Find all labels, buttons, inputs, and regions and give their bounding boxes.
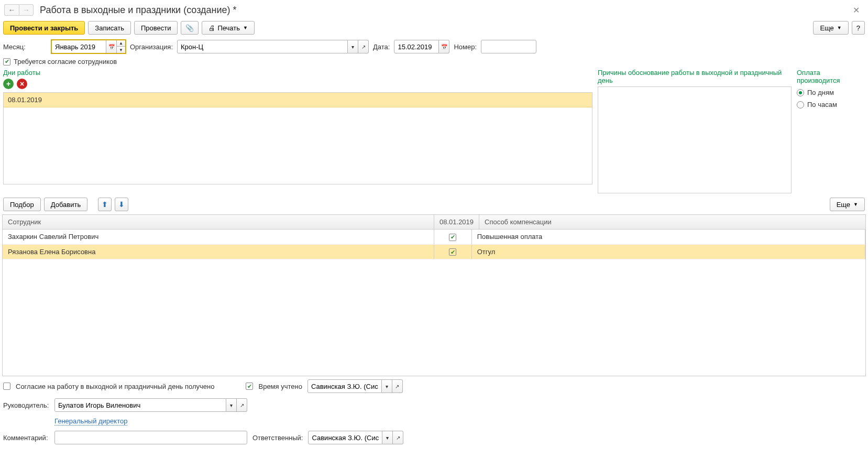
add-day-button[interactable]: + bbox=[3, 79, 14, 89]
reasons-textarea[interactable] bbox=[598, 86, 792, 193]
nav-forward-button[interactable]: → bbox=[19, 4, 34, 16]
day-checkbox[interactable] bbox=[449, 248, 456, 256]
responsible-input[interactable] bbox=[308, 431, 382, 444]
comment-input-group bbox=[54, 431, 247, 444]
time-person-input[interactable] bbox=[307, 379, 382, 393]
month-input[interactable] bbox=[51, 40, 106, 53]
month-input-group: 📅 ▲ ▼ bbox=[51, 40, 126, 53]
number-input-group bbox=[481, 40, 536, 53]
compensation-cell[interactable]: Повышенная оплата bbox=[471, 230, 865, 244]
comment-input[interactable] bbox=[54, 431, 247, 444]
radio-label: По часам bbox=[807, 101, 837, 108]
save-button[interactable]: Записать bbox=[88, 21, 131, 35]
spinner-up-icon[interactable]: ▲ bbox=[117, 40, 125, 47]
more-button[interactable]: Еще ▼ bbox=[813, 21, 848, 35]
number-input[interactable] bbox=[481, 40, 536, 53]
consent-required-checkbox[interactable] bbox=[3, 58, 10, 66]
col-compensation[interactable]: Способ компенсации bbox=[479, 215, 866, 230]
responsible-label: Ответственный: bbox=[252, 434, 303, 442]
more-label: Еще bbox=[820, 24, 833, 32]
delete-day-button[interactable]: × bbox=[17, 79, 27, 89]
responsible-input-group: ▾ ↗ bbox=[308, 431, 403, 444]
chevron-down-icon: ▼ bbox=[243, 25, 248, 30]
comment-label: Комментарий: bbox=[3, 434, 49, 442]
day-checkbox[interactable] bbox=[449, 234, 456, 241]
consent-required-label: Требуется согласие сотрудников bbox=[14, 58, 117, 66]
manager-input[interactable] bbox=[54, 398, 226, 412]
org-input[interactable] bbox=[177, 40, 348, 53]
org-input-group: ▾ ↗ bbox=[177, 40, 369, 53]
print-label: Печать bbox=[217, 24, 240, 32]
number-label: Номер: bbox=[454, 43, 477, 51]
compensation-cell[interactable]: Отгул bbox=[471, 244, 865, 259]
employee-table: Сотрудник 08.01.2019 Способ компенсации bbox=[2, 214, 866, 230]
manager-dropdown[interactable]: ▾ bbox=[226, 398, 237, 412]
month-spinner[interactable]: ▲ ▼ bbox=[117, 40, 126, 53]
time-person-open[interactable]: ↗ bbox=[392, 379, 403, 393]
date-label: Дата: bbox=[373, 43, 390, 51]
manager-open[interactable]: ↗ bbox=[237, 398, 247, 412]
manager-label: Руководитель: bbox=[3, 401, 49, 409]
radio-icon bbox=[797, 101, 804, 108]
printer-icon bbox=[208, 24, 215, 32]
main-toolbar: Провести и закрыть Записать Провести Печ… bbox=[2, 18, 866, 38]
paperclip-icon bbox=[185, 24, 194, 32]
employee-date-cell[interactable] bbox=[434, 230, 471, 244]
payment-by-hours-radio[interactable]: По часам bbox=[797, 101, 865, 108]
org-label: Организация: bbox=[130, 43, 173, 51]
employee-more-button[interactable]: Еще ▼ bbox=[830, 198, 865, 211]
date-input-group: 📅 bbox=[394, 40, 449, 53]
radio-icon bbox=[797, 89, 804, 96]
reasons-title: Причины обоснование работы в выходной и … bbox=[598, 69, 792, 84]
day-row[interactable]: 08.01.2019 bbox=[4, 93, 592, 107]
employee-name-cell[interactable]: Захаркин Савелий Петрович bbox=[3, 230, 434, 244]
chevron-down-icon: ▼ bbox=[837, 25, 842, 30]
nav-back-button[interactable]: ← bbox=[4, 4, 19, 16]
col-employee[interactable]: Сотрудник bbox=[3, 215, 434, 230]
org-dropdown-button[interactable]: ▾ bbox=[348, 40, 358, 53]
post-button[interactable]: Провести bbox=[134, 21, 178, 35]
post-and-close-button[interactable]: Провести и закрыть bbox=[3, 21, 85, 35]
attach-button[interactable] bbox=[181, 21, 199, 35]
responsible-open[interactable]: ↗ bbox=[393, 431, 403, 444]
date-input[interactable] bbox=[394, 40, 439, 53]
consent-received-label: Согласие на работу в выходной и празднич… bbox=[16, 383, 214, 390]
days-title: Дни работы bbox=[3, 69, 592, 77]
month-calendar-button[interactable]: 📅 bbox=[106, 40, 117, 53]
time-counted-label: Время учтено bbox=[258, 383, 302, 390]
spinner-down-icon[interactable]: ▼ bbox=[117, 47, 125, 53]
manager-input-group: ▾ ↗ bbox=[54, 398, 247, 412]
date-calendar-button[interactable]: 📅 bbox=[439, 40, 449, 53]
add-employee-button[interactable]: Добавить bbox=[44, 198, 87, 211]
move-down-button[interactable]: ⬇ bbox=[115, 198, 128, 211]
pick-button[interactable]: Подбор bbox=[3, 198, 41, 211]
col-date[interactable]: 08.01.2019 bbox=[434, 215, 479, 230]
radio-label: По дням bbox=[807, 89, 834, 96]
page-title: Работа в выходные и праздники (создание)… bbox=[40, 5, 849, 16]
employee-name-cell[interactable]: Рязанова Елена Борисовна bbox=[3, 244, 434, 259]
print-button[interactable]: Печать ▼ bbox=[202, 21, 255, 35]
move-up-button[interactable]: ⬆ bbox=[98, 198, 112, 211]
employee-date-cell[interactable] bbox=[434, 244, 471, 259]
manager-position-link[interactable]: Генеральный директор bbox=[54, 417, 127, 426]
payment-title: Оплата производится bbox=[797, 69, 865, 84]
help-button[interactable]: ? bbox=[852, 21, 865, 35]
consent-received-checkbox[interactable] bbox=[3, 383, 10, 390]
more-label: Еще bbox=[837, 201, 850, 209]
time-person-input-group: ▾ ↗ bbox=[307, 379, 403, 393]
responsible-dropdown[interactable]: ▾ bbox=[382, 431, 393, 444]
time-counted-checkbox[interactable] bbox=[246, 383, 253, 390]
time-person-dropdown[interactable]: ▾ bbox=[382, 379, 392, 393]
table-row[interactable]: Рязанова Елена БорисовнаОтгул bbox=[3, 244, 865, 259]
payment-by-days-radio[interactable]: По дням bbox=[797, 89, 865, 96]
days-list[interactable]: 08.01.2019 bbox=[3, 92, 592, 184]
chevron-down-icon: ▼ bbox=[853, 202, 858, 207]
table-row[interactable]: Захаркин Савелий ПетровичПовышенная опла… bbox=[3, 230, 865, 244]
org-open-button[interactable]: ↗ bbox=[358, 40, 369, 53]
month-label: Месяц: bbox=[3, 43, 47, 51]
close-icon[interactable]: ✕ bbox=[849, 5, 864, 15]
